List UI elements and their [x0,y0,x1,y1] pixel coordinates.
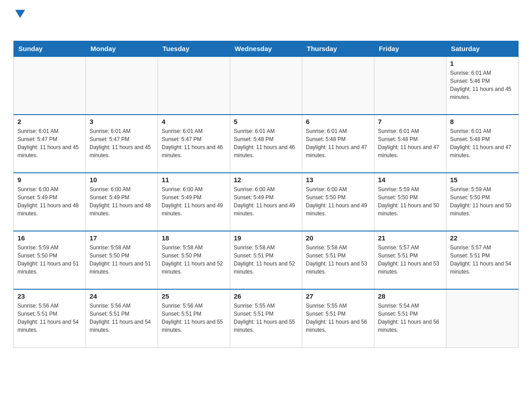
day-number: 28 [378,292,442,300]
calendar-day-cell: 28Sunrise: 5:54 AMSunset: 5:51 PMDayligh… [374,289,446,347]
calendar-day-cell: 10Sunrise: 6:00 AMSunset: 5:49 PMDayligh… [86,173,158,231]
calendar-week-row: 16Sunrise: 5:59 AMSunset: 5:50 PMDayligh… [14,231,519,289]
calendar-day-cell: 12Sunrise: 6:00 AMSunset: 5:49 PMDayligh… [230,173,302,231]
day-number: 25 [162,292,226,300]
day-number: 9 [17,176,82,184]
calendar-day-cell: 18Sunrise: 5:58 AMSunset: 5:50 PMDayligh… [158,231,230,289]
day-info: Sunrise: 5:54 AMSunset: 5:51 PMDaylight:… [378,302,442,334]
day-number: 26 [234,292,298,300]
day-number: 24 [90,292,154,300]
calendar-day-cell: 20Sunrise: 5:58 AMSunset: 5:51 PMDayligh… [302,231,374,289]
day-number: 15 [450,176,515,184]
day-number: 12 [234,176,298,184]
day-number: 7 [378,118,442,125]
calendar-day-cell [374,56,446,115]
day-number: 5 [234,118,298,125]
day-info: Sunrise: 5:57 AMSunset: 5:51 PMDaylight:… [450,244,515,276]
day-info: Sunrise: 5:56 AMSunset: 5:51 PMDaylight:… [162,302,226,334]
calendar-table: SundayMondayTuesdayWednesdayThursdayFrid… [13,41,519,348]
day-info: Sunrise: 5:56 AMSunset: 5:51 PMDaylight:… [17,302,82,334]
day-number: 17 [90,234,154,242]
day-info: Sunrise: 6:00 AMSunset: 5:50 PMDaylight:… [306,185,370,218]
calendar-day-cell: 25Sunrise: 5:56 AMSunset: 5:51 PMDayligh… [158,289,230,347]
calendar-header-monday: Monday [86,41,158,57]
logo-triangle-icon [15,10,25,18]
calendar-day-cell [158,56,230,115]
calendar-day-cell: 13Sunrise: 6:00 AMSunset: 5:50 PMDayligh… [302,173,374,231]
calendar-day-cell: 17Sunrise: 5:58 AMSunset: 5:50 PMDayligh… [86,231,158,289]
day-info: Sunrise: 5:58 AMSunset: 5:50 PMDaylight:… [90,244,154,276]
day-number: 4 [162,118,226,125]
day-number: 2 [17,118,82,125]
calendar-header-tuesday: Tuesday [158,41,230,57]
calendar-day-cell: 14Sunrise: 5:59 AMSunset: 5:50 PMDayligh… [374,173,446,231]
calendar-day-cell [302,56,374,115]
calendar-day-cell: 6Sunrise: 6:01 AMSunset: 5:48 PMDaylight… [302,115,374,173]
day-info: Sunrise: 5:59 AMSunset: 5:50 PMDaylight:… [378,185,442,218]
calendar-header-thursday: Thursday [302,41,374,57]
calendar-day-cell: 1Sunrise: 6:01 AMSunset: 5:46 PMDaylight… [446,56,519,115]
page-header [13,9,519,32]
calendar-week-row: 2Sunrise: 6:01 AMSunset: 5:47 PMDaylight… [14,115,519,173]
day-info: Sunrise: 6:00 AMSunset: 5:49 PMDaylight:… [162,185,226,218]
day-info: Sunrise: 5:55 AMSunset: 5:51 PMDaylight:… [234,302,298,334]
day-number: 8 [450,118,515,125]
logo [13,9,25,32]
calendar-day-cell: 11Sunrise: 6:00 AMSunset: 5:49 PMDayligh… [158,173,230,231]
calendar-day-cell: 19Sunrise: 5:58 AMSunset: 5:51 PMDayligh… [230,231,302,289]
day-number: 10 [90,176,154,184]
calendar-day-cell: 3Sunrise: 6:01 AMSunset: 5:47 PMDaylight… [86,115,158,173]
day-info: Sunrise: 5:59 AMSunset: 5:50 PMDaylight:… [450,185,515,218]
calendar-day-cell [86,56,158,115]
day-number: 19 [234,234,298,242]
day-number: 27 [306,292,370,300]
calendar-header-sunday: Sunday [14,41,86,57]
day-number: 1 [450,60,515,67]
calendar-day-cell: 8Sunrise: 6:01 AMSunset: 5:48 PMDaylight… [446,115,519,173]
calendar-day-cell: 15Sunrise: 5:59 AMSunset: 5:50 PMDayligh… [446,173,519,231]
calendar-day-cell: 26Sunrise: 5:55 AMSunset: 5:51 PMDayligh… [230,289,302,347]
day-info: Sunrise: 5:55 AMSunset: 5:51 PMDaylight:… [306,302,370,334]
day-info: Sunrise: 6:01 AMSunset: 5:46 PMDaylight:… [450,69,515,101]
calendar-day-cell: 22Sunrise: 5:57 AMSunset: 5:51 PMDayligh… [446,231,519,289]
day-number: 11 [162,176,226,184]
calendar-day-cell: 27Sunrise: 5:55 AMSunset: 5:51 PMDayligh… [302,289,374,347]
day-number: 18 [162,234,226,242]
calendar-day-cell: 16Sunrise: 5:59 AMSunset: 5:50 PMDayligh… [14,231,86,289]
day-info: Sunrise: 6:00 AMSunset: 5:49 PMDaylight:… [90,185,154,218]
day-info: Sunrise: 6:01 AMSunset: 5:48 PMDaylight:… [450,127,515,159]
day-info: Sunrise: 6:00 AMSunset: 5:49 PMDaylight:… [234,185,298,218]
calendar-day-cell: 9Sunrise: 6:00 AMSunset: 5:49 PMDaylight… [14,173,86,231]
calendar-header-saturday: Saturday [446,41,519,57]
day-info: Sunrise: 6:01 AMSunset: 5:47 PMDaylight:… [162,127,226,159]
calendar-day-cell: 5Sunrise: 6:01 AMSunset: 5:48 PMDaylight… [230,115,302,173]
day-info: Sunrise: 5:58 AMSunset: 5:50 PMDaylight:… [162,244,226,276]
day-number: 23 [17,292,82,300]
calendar-day-cell [230,56,302,115]
day-number: 14 [378,176,442,184]
calendar-day-cell: 4Sunrise: 6:01 AMSunset: 5:47 PMDaylight… [158,115,230,173]
calendar-day-cell: 23Sunrise: 5:56 AMSunset: 5:51 PMDayligh… [14,289,86,347]
day-info: Sunrise: 6:01 AMSunset: 5:47 PMDaylight:… [90,127,154,159]
calendar-week-row: 23Sunrise: 5:56 AMSunset: 5:51 PMDayligh… [14,289,519,347]
day-info: Sunrise: 5:58 AMSunset: 5:51 PMDaylight:… [306,244,370,276]
day-info: Sunrise: 6:01 AMSunset: 5:48 PMDaylight:… [378,127,442,159]
calendar-day-cell [14,56,86,115]
calendar-header-friday: Friday [374,41,446,57]
day-info: Sunrise: 6:01 AMSunset: 5:47 PMDaylight:… [17,127,82,159]
day-number: 16 [17,234,82,242]
day-info: Sunrise: 6:00 AMSunset: 5:49 PMDaylight:… [17,185,82,218]
calendar-day-cell: 21Sunrise: 5:57 AMSunset: 5:51 PMDayligh… [374,231,446,289]
day-number: 13 [306,176,370,184]
day-info: Sunrise: 5:58 AMSunset: 5:51 PMDaylight:… [234,244,298,276]
svg-marker-0 [15,10,25,18]
calendar-day-cell: 24Sunrise: 5:56 AMSunset: 5:51 PMDayligh… [86,289,158,347]
calendar-header-wednesday: Wednesday [230,41,302,57]
day-number: 3 [90,118,154,125]
calendar-header-row: SundayMondayTuesdayWednesdayThursdayFrid… [14,41,519,57]
day-number: 21 [378,234,442,242]
day-number: 22 [450,234,515,242]
calendar-day-cell [446,289,519,347]
day-info: Sunrise: 5:56 AMSunset: 5:51 PMDaylight:… [90,302,154,334]
calendar-day-cell: 7Sunrise: 6:01 AMSunset: 5:48 PMDaylight… [374,115,446,173]
